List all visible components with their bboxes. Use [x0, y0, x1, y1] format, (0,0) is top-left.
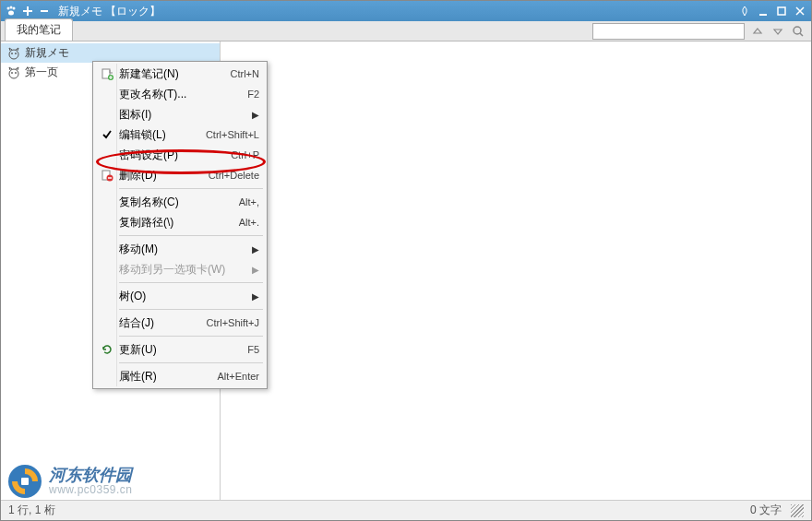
menu-separator — [119, 282, 263, 283]
menu-item-join[interactable]: 结合(J) Ctrl+Shift+J — [95, 313, 265, 333]
menu-separator — [119, 309, 263, 310]
menu-item-move[interactable]: 移动(M) ▶ — [95, 239, 265, 259]
svg-point-0 — [7, 7, 10, 10]
search-icon[interactable] — [791, 24, 806, 39]
cat-icon — [6, 65, 21, 80]
tree-item-new-memo[interactable]: 新規メモ — [1, 43, 220, 63]
menu-shortcut: Alt+Enter — [209, 371, 259, 382]
window-title: 新規メモ 【ロック】 — [58, 4, 161, 19]
svg-rect-18 — [21, 478, 29, 485]
menu-label: 复制路径(\) — [115, 215, 232, 231]
tree-item-label: 第一页 — [25, 65, 58, 80]
menu-shortcut: Ctrl+Delete — [201, 170, 259, 181]
context-menu: 新建笔记(N) Ctrl+N 更改名称(T)... F2 图标(I) ▶ 编辑锁… — [92, 61, 268, 389]
menu-separator — [119, 362, 263, 363]
status-char-count: 0 文字 — [750, 503, 782, 518]
cat-icon — [6, 46, 21, 61]
svg-point-12 — [16, 72, 17, 73]
menu-shortcut: Ctrl+Shift+J — [199, 317, 259, 328]
menu-item-move-to-tab: 移动到另一选项卡(W) ▶ — [95, 259, 265, 279]
menu-shortcut: Ctrl+P — [223, 149, 259, 160]
add-icon[interactable] — [21, 5, 34, 18]
submenu-arrow-icon: ▶ — [250, 265, 259, 275]
menu-label: 更改名称(T)... — [115, 87, 240, 102]
menu-shortcut: Ctrl+N — [223, 68, 259, 79]
menu-label: 树(O) — [115, 289, 250, 304]
svg-point-6 — [794, 27, 801, 34]
watermark-logo-icon — [6, 463, 43, 500]
pin-icon[interactable] — [737, 5, 752, 18]
menu-label: 编辑锁(L) — [115, 127, 198, 143]
menu-label: 更新(U) — [115, 342, 240, 358]
tab-my-notes[interactable]: 我的笔记 — [5, 18, 73, 41]
menu-label: 密码设定(P) — [115, 148, 223, 163]
menu-separator — [119, 235, 263, 236]
title-bar: 新規メモ 【ロック】 — [1, 1, 811, 21]
submenu-arrow-icon: ▶ — [250, 291, 259, 302]
menu-item-edit-lock[interactable]: 编辑锁(L) Ctrl+Shift+L — [95, 124, 265, 145]
menu-label: 结合(J) — [115, 315, 199, 331]
menu-item-password[interactable]: 密码设定(P) Ctrl+P — [95, 145, 265, 165]
submenu-arrow-icon: ▶ — [250, 110, 259, 120]
menu-item-copy-path[interactable]: 复制路径(\) Alt+. — [95, 212, 265, 232]
resize-grip-icon[interactable] — [791, 504, 804, 517]
menu-label: 新建笔记(N) — [115, 66, 223, 82]
tab-label: 我的笔记 — [17, 23, 61, 36]
tree-item-label: 新規メモ — [25, 45, 69, 61]
menu-item-refresh[interactable]: 更新(U) F5 — [95, 339, 265, 360]
menu-label: 复制名称(C) — [115, 195, 232, 210]
maximize-icon[interactable] — [774, 5, 789, 18]
menu-label: 属性(R) — [115, 369, 209, 385]
close-icon[interactable] — [793, 5, 807, 18]
new-note-icon — [99, 66, 115, 81]
svg-point-10 — [9, 69, 18, 78]
editor-content[interactable] — [221, 41, 811, 500]
svg-point-1 — [10, 6, 13, 9]
check-icon — [99, 127, 115, 142]
svg-rect-4 — [759, 14, 767, 16]
menu-shortcut: F2 — [240, 89, 259, 100]
menu-shortcut: Alt+, — [232, 196, 259, 207]
menu-shortcut: Alt+. — [232, 217, 259, 228]
menu-label: 删除(D) — [115, 168, 201, 184]
svg-rect-5 — [778, 7, 785, 15]
menu-shortcut: F5 — [240, 344, 259, 355]
menu-shortcut: Ctrl+Shift+L — [198, 129, 259, 140]
menu-item-delete[interactable]: 删除(D) Ctrl+Delete — [95, 165, 265, 185]
tab-bar: 我的笔记 — [1, 21, 811, 41]
refresh-icon — [99, 342, 115, 357]
status-cursor-pos: 1 行, 1 桁 — [8, 503, 55, 518]
minimize-icon[interactable] — [756, 5, 770, 18]
menu-item-rename[interactable]: 更改名称(T)... F2 — [95, 84, 265, 104]
svg-point-11 — [12, 72, 13, 73]
svg-point-8 — [12, 53, 13, 53]
app-paw-icon — [5, 5, 18, 18]
svg-point-7 — [9, 50, 18, 59]
menu-separator — [119, 188, 263, 189]
submenu-arrow-icon: ▶ — [250, 244, 259, 255]
svg-point-9 — [16, 53, 17, 53]
down-arrow-icon[interactable] — [770, 24, 785, 39]
menu-item-new-note[interactable]: 新建笔记(N) Ctrl+N — [95, 64, 265, 84]
menu-item-properties[interactable]: 属性(R) Alt+Enter — [95, 366, 265, 386]
minimize-toolbar-icon[interactable] — [38, 5, 51, 18]
watermark-logo: 河东软件园 www.pc0359.cn — [6, 463, 133, 500]
menu-item-copy-name[interactable]: 复制名称(C) Alt+, — [95, 192, 265, 212]
watermark-text-url: www.pc0359.cn — [49, 484, 133, 496]
up-arrow-icon[interactable] — [750, 24, 765, 39]
menu-label: 图标(I) — [115, 107, 250, 123]
svg-point-2 — [13, 7, 16, 10]
menu-separator — [119, 336, 263, 337]
menu-label: 移动到另一选项卡(W) — [115, 262, 250, 278]
menu-label: 移动(M) — [115, 242, 250, 257]
svg-point-3 — [8, 11, 14, 16]
delete-icon — [99, 168, 115, 183]
search-input[interactable] — [592, 23, 745, 40]
menu-item-icon[interactable]: 图标(I) ▶ — [95, 104, 265, 124]
watermark-text-cn: 河东软件园 — [49, 467, 133, 485]
status-bar: 1 行, 1 桁 0 文字 — [1, 500, 811, 520]
menu-item-tree[interactable]: 树(O) ▶ — [95, 286, 265, 306]
